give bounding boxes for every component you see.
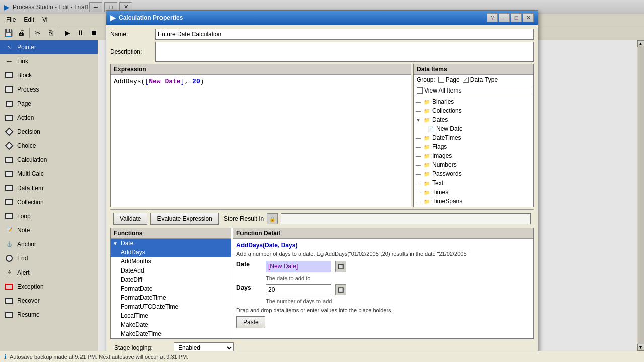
- datatype-checkbox-label[interactable]: Data Type: [463, 76, 498, 83]
- fn-formatutcdatetime-label: FormatUTCDateTime: [121, 303, 178, 310]
- dialog-help-btn[interactable]: ?: [487, 13, 498, 22]
- group-label: Group:: [417, 76, 435, 83]
- collections-expand: —: [416, 108, 423, 114]
- description-label: Description:: [110, 48, 155, 55]
- tree-numbers[interactable]: — 📁 Numbers: [414, 160, 533, 169]
- main-content: Expression AddDays([New Date], 20) Data …: [110, 64, 534, 207]
- fn-param1-desc: The date to add to: [266, 275, 530, 281]
- tree-times[interactable]: — 📁 Times: [414, 188, 533, 197]
- page-label: Page: [446, 76, 460, 83]
- fn-param1-row: Date 🔲: [236, 261, 530, 272]
- fn-item-datediff[interactable]: DateDiff: [111, 275, 231, 284]
- expression-body[interactable]: AddDays([New Date], 20): [111, 75, 411, 155]
- dates-icon: 📁: [424, 117, 431, 123]
- name-input[interactable]: [155, 29, 534, 40]
- description-row: Description:: [110, 42, 534, 62]
- binaries-expand: —: [416, 99, 423, 105]
- status-bar: ℹ Autosave backup made at 9:21 PM. Next …: [0, 351, 644, 362]
- validate-btn[interactable]: Validate: [113, 213, 147, 225]
- data-items-section: Data Items Group: Page Data Type: [413, 64, 534, 207]
- datatype-label: Data Type: [470, 76, 498, 83]
- name-label: Name:: [110, 31, 155, 38]
- tree-dates[interactable]: ▼ 📁 Dates: [414, 115, 533, 124]
- data-items-tree: — 📁 Binaries — 📁 Collections ▼: [414, 96, 533, 207]
- status-message: Autosave backup made at 9:21 PM. Next au…: [10, 354, 188, 360]
- viewall-checkbox[interactable]: [417, 87, 423, 94]
- expression-section: Expression AddDays([New Date], 20): [110, 64, 411, 207]
- fn-localtime-label: LocalTime: [121, 312, 148, 319]
- date-expand-icon: ▼: [113, 241, 120, 246]
- timespans-expand: —: [416, 199, 423, 204]
- flags-expand: —: [416, 144, 423, 150]
- tree-datetimes[interactable]: — 📁 DateTimes: [414, 133, 533, 142]
- tree-new-date[interactable]: 📄 New Date: [414, 124, 533, 133]
- fn-item-formatutcdatetime[interactable]: FormatUTCDateTime: [111, 302, 231, 311]
- datetimes-expand: —: [416, 135, 423, 141]
- expression-header: Expression: [111, 64, 411, 75]
- fn-item-dateadd[interactable]: DateAdd: [111, 266, 231, 275]
- times-icon: 📁: [424, 190, 431, 195]
- fn-item-makedatetime[interactable]: MakeDateTime: [111, 329, 231, 338]
- fn-addmonths-label: AddMonths: [121, 258, 151, 265]
- tree-timespans[interactable]: — 📁 TimeSpans: [414, 197, 533, 206]
- functions-list: ▼ Date AddDays AddMonths DateAdd: [111, 239, 231, 338]
- fn-category-date[interactable]: ▼ Date: [111, 239, 231, 248]
- store-result-input[interactable]: [281, 213, 531, 224]
- page-checkbox-label[interactable]: Page: [438, 76, 460, 83]
- tree-binaries[interactable]: — 📁 Binaries: [414, 97, 533, 106]
- tree-images[interactable]: — 📁 Images: [414, 151, 533, 160]
- fn-makedatetime-label: MakeDateTime: [121, 330, 162, 337]
- fn-makedate-label: MakeDate: [121, 321, 148, 328]
- passwords-icon: 📁: [424, 171, 431, 177]
- dialog-close-btn[interactable]: ✕: [523, 13, 534, 22]
- store-picker-btn[interactable]: 🔒: [267, 213, 278, 224]
- newdate-icon: 📄: [428, 126, 435, 132]
- fn-item-addmonths[interactable]: AddMonths: [111, 257, 231, 266]
- view-all-row: View All Items: [414, 85, 533, 96]
- dialog-title-bar: ▶ Calculation Properties ? ─ □ ✕: [106, 11, 538, 25]
- passwords-expand: —: [416, 171, 423, 177]
- fn-param1-input[interactable]: [266, 261, 331, 272]
- fn-drag-hint: Drag and drop data items or enter values…: [236, 307, 530, 313]
- functions-header: Functions: [111, 228, 231, 239]
- fn-adddays-label: AddDays: [121, 249, 145, 256]
- tree-passwords[interactable]: — 📁 Passwords: [414, 169, 533, 178]
- fn-formatdatetime-label: FormatDateTime: [121, 294, 166, 301]
- data-items-group-row: Group: Page Data Type: [414, 75, 533, 85]
- dialog-title-controls: ? ─ □ ✕: [487, 13, 534, 22]
- tree-collections[interactable]: — 📁 Collections: [414, 106, 533, 115]
- dates-expand: ▼: [416, 117, 423, 123]
- fn-param2-picker[interactable]: 🔲: [335, 284, 346, 295]
- fn-param2-row: Days 🔲: [236, 284, 530, 295]
- collections-icon: 📁: [424, 108, 431, 114]
- fn-desc: Add a number of days to a date. Eg AddDa…: [236, 251, 530, 257]
- dialog-minimize-btn[interactable]: ─: [499, 13, 510, 22]
- dialog-overlay: ▶ Calculation Properties ? ─ □ ✕ Name:: [0, 0, 644, 362]
- evaluate-btn[interactable]: Evaluate Expression: [150, 213, 218, 225]
- description-input[interactable]: [155, 42, 534, 62]
- viewall-checkbox-label[interactable]: View All Items: [417, 87, 461, 94]
- fn-item-formatdatetime[interactable]: FormatDateTime: [111, 293, 231, 302]
- expr-text: AddDays([New Date], 20): [114, 78, 204, 85]
- status-icon: ℹ: [4, 353, 7, 360]
- numbers-expand: —: [416, 162, 423, 168]
- fn-param2-input[interactable]: [266, 284, 331, 295]
- fn-item-adddays[interactable]: AddDays: [111, 248, 231, 257]
- fn-dateadd-label: DateAdd: [121, 267, 144, 274]
- fn-param1-label: Date: [236, 261, 262, 268]
- tree-flags[interactable]: — 📁 Flags: [414, 142, 533, 151]
- dialog-restore-btn[interactable]: □: [511, 13, 522, 22]
- datatype-checkbox[interactable]: [463, 77, 469, 83]
- fn-item-formatdate[interactable]: FormatDate: [111, 284, 231, 293]
- dialog-body: Name: Description: Expression AddDays([N…: [106, 25, 538, 362]
- text-icon: 📁: [424, 180, 431, 186]
- times-expand: —: [416, 190, 423, 195]
- tree-text[interactable]: — 📁 Text: [414, 178, 533, 188]
- function-detail-header: Function Detail: [233, 228, 533, 239]
- page-checkbox[interactable]: [438, 77, 444, 83]
- paste-btn[interactable]: Paste: [236, 316, 265, 328]
- fn-param1-picker[interactable]: 🔲: [335, 261, 346, 272]
- fn-item-localtime[interactable]: LocalTime: [111, 311, 231, 320]
- function-detail-panel: Function Detail AddDays(Date, Days) Add …: [233, 228, 533, 338]
- fn-item-makedate[interactable]: MakeDate: [111, 320, 231, 329]
